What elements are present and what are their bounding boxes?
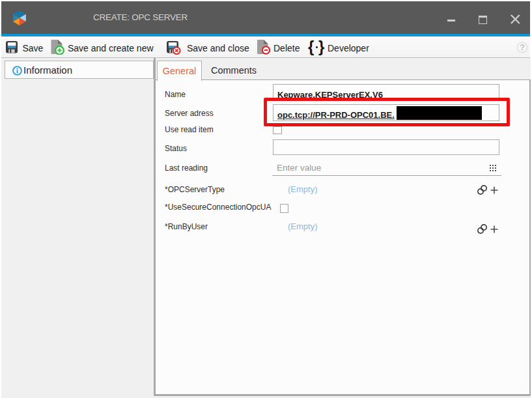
svg-text:?: ?: [520, 43, 525, 52]
